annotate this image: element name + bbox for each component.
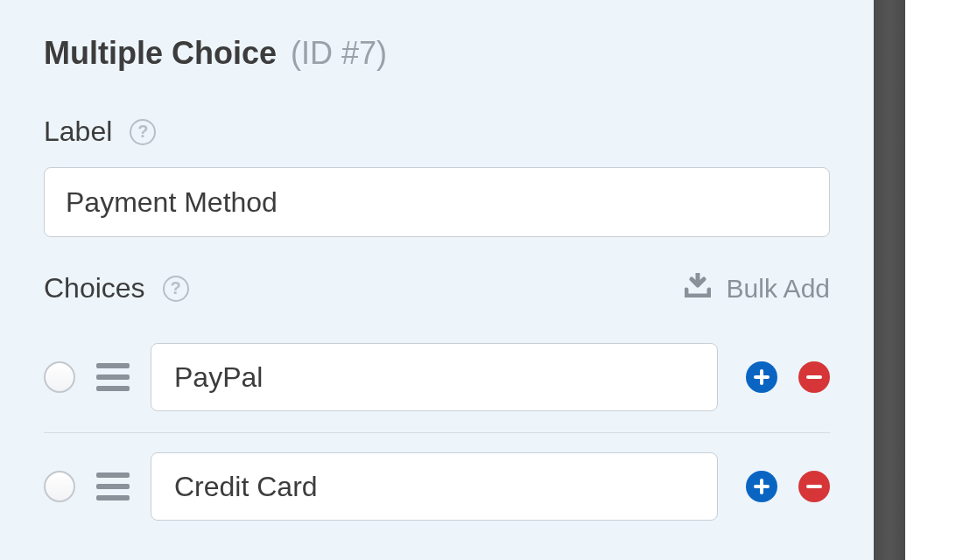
panel-title-text: Multiple Choice bbox=[44, 35, 277, 71]
label-field-label: Label bbox=[44, 116, 112, 148]
divider-handle[interactable] bbox=[874, 0, 905, 560]
minus-icon bbox=[805, 368, 823, 386]
choice-row bbox=[44, 433, 830, 542]
add-choice-button[interactable] bbox=[746, 471, 777, 502]
radio-default-toggle[interactable] bbox=[44, 361, 75, 393]
plus-icon bbox=[753, 478, 770, 495]
choices-field-block: Choices ? Bulk Add bbox=[44, 272, 830, 542]
label-field-block: Label ? bbox=[44, 116, 830, 237]
choice-row bbox=[44, 324, 830, 433]
remove-choice-button[interactable] bbox=[798, 361, 830, 393]
download-icon bbox=[685, 273, 711, 304]
label-field-heading: Label ? bbox=[44, 116, 156, 148]
choice-row-actions bbox=[746, 361, 830, 393]
field-settings-panel: Multiple Choice (ID #7) Label ? Choices … bbox=[0, 0, 874, 560]
panel-title: Multiple Choice (ID #7) bbox=[44, 35, 830, 72]
choices-field-label: Choices bbox=[44, 272, 145, 304]
choice-row-actions bbox=[746, 471, 830, 502]
field-id: (ID #7) bbox=[291, 35, 387, 71]
drag-handle-icon[interactable] bbox=[96, 472, 130, 500]
remove-choice-button[interactable] bbox=[798, 471, 830, 502]
bulk-add-button[interactable]: Bulk Add bbox=[685, 273, 830, 304]
choices-field-heading: Choices ? bbox=[44, 272, 189, 304]
choice-input[interactable] bbox=[151, 452, 718, 521]
drag-handle-icon[interactable] bbox=[96, 363, 130, 391]
right-pane bbox=[905, 0, 977, 560]
minus-icon bbox=[805, 478, 823, 495]
help-icon[interactable]: ? bbox=[163, 276, 189, 302]
choice-input[interactable] bbox=[151, 343, 718, 411]
plus-icon bbox=[753, 368, 770, 386]
radio-default-toggle[interactable] bbox=[44, 471, 75, 502]
add-choice-button[interactable] bbox=[746, 361, 777, 393]
bulk-add-label: Bulk Add bbox=[727, 274, 830, 304]
help-icon[interactable]: ? bbox=[130, 119, 156, 145]
label-input[interactable] bbox=[44, 167, 830, 237]
